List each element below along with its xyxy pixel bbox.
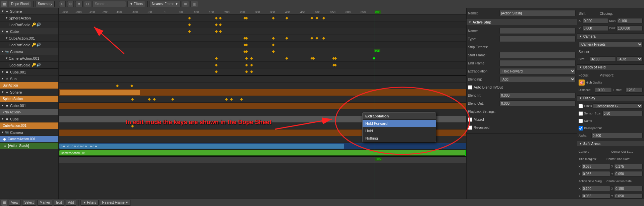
keyframe[interactable] — [215, 63, 218, 66]
center-action-y-input[interactable] — [614, 193, 643, 199]
sidebar-item-cube-nla[interactable]: ▼ ■ Cube — [0, 116, 58, 122]
keyframe[interactable] — [316, 16, 318, 19]
sidebar-item-sphereaction-top[interactable]: ▼ SphereAction — [0, 15, 58, 21]
y-input[interactable] — [582, 25, 608, 31]
name-checkbox[interactable] — [579, 119, 583, 123]
keyframe[interactable] — [215, 23, 218, 26]
sidebar-item-locrotscale2-top[interactable]: LocRotScale 🔑 🔊 — [0, 42, 58, 48]
sun-nla-strip[interactable] — [60, 90, 140, 95]
stash-strip[interactable]: CameraAction.001 — [59, 150, 466, 155]
view-menu[interactable]: View — [9, 200, 21, 206]
keyframe[interactable] — [311, 16, 313, 19]
keyframe[interactable] — [272, 50, 275, 53]
keyframe[interactable] — [153, 98, 156, 100]
blend-out-input[interactable] — [499, 100, 576, 106]
sidebar-item-camera-nla[interactable]: ▼ 📷 Camera — [0, 129, 58, 136]
extrap-nothing[interactable]: Nothing — [363, 135, 436, 142]
camera-section-header[interactable]: ▼ Camera — [577, 34, 644, 39]
strip-name-input[interactable] — [499, 28, 576, 34]
mirror-button[interactable]: ⇔ — [75, 1, 83, 7]
keyframe[interactable] — [245, 37, 248, 39]
sidebar-item-sunaction[interactable]: SunAction — [0, 82, 58, 89]
sidebar-item-sphere-nla[interactable]: ▼ ● Sphere — [0, 89, 58, 96]
keyframe[interactable] — [250, 63, 253, 66]
keyframe[interactable] — [285, 16, 288, 19]
keyframe[interactable] — [148, 98, 151, 100]
sidebar-item-sphere-top[interactable]: ▼ ● Sphere — [0, 8, 58, 15]
display-section-header[interactable]: ▼ Display — [577, 96, 644, 101]
nla-track-cube001[interactable] — [59, 76, 466, 83]
nearest-frame-button[interactable]: Nearest Frame ▼ — [150, 1, 181, 7]
type-input[interactable] — [499, 36, 576, 42]
track-locrotscale3[interactable] — [59, 68, 466, 75]
keyframe[interactable] — [188, 23, 191, 26]
action-y-input[interactable] — [582, 193, 610, 199]
keyframe[interactable] — [245, 50, 248, 53]
select-menu[interactable]: Select — [22, 200, 36, 206]
keyframe[interactable] — [245, 70, 248, 73]
title-x-input[interactable] — [582, 164, 610, 169]
keyframe[interactable] — [245, 16, 248, 19]
frame-all-button[interactable]: ◫ — [191, 1, 198, 7]
track-cameraaction[interactable] — [59, 62, 466, 68]
sidebar-item-cube-top[interactable]: ▼ ■ Cube — [0, 28, 58, 35]
title-y-input[interactable] — [582, 171, 610, 176]
end-input[interactable] — [616, 25, 643, 31]
sidebar-item-action-stash[interactable]: ★ [Action Stash] — [0, 143, 58, 149]
sidebar-item-noaction[interactable]: <No Action> — [0, 109, 58, 116]
keyframe[interactable] — [311, 37, 313, 39]
limits-checkbox[interactable] — [579, 104, 583, 108]
keyframe[interactable] — [250, 57, 253, 59]
name-input[interactable] — [499, 10, 576, 16]
blending-select[interactable]: Add Replace Multiply — [499, 76, 576, 82]
end-frame-input[interactable] — [499, 60, 576, 66]
extrap-hold[interactable]: Hold — [363, 127, 436, 135]
track-sphereaction[interactable] — [59, 21, 466, 28]
keyframe[interactable] — [188, 30, 191, 33]
center-action-x-input[interactable] — [614, 186, 643, 191]
nla-strip-stash[interactable]: CameraAction.001 — [59, 150, 466, 156]
x-input[interactable] — [583, 18, 608, 23]
track-locrotscale2[interactable] — [59, 48, 466, 55]
keyframe[interactable] — [245, 63, 248, 66]
alpha-input[interactable] — [591, 133, 643, 138]
nla-strip-sphere[interactable] — [59, 103, 466, 109]
safe-areas-header[interactable]: ▼ Safe Areas — [577, 141, 644, 146]
summary-button[interactable]: Summary — [36, 1, 55, 7]
keyframe[interactable] — [322, 37, 325, 39]
track-cube-summary[interactable] — [59, 35, 466, 42]
zoom-button[interactable]: ⊞ — [182, 1, 189, 7]
size-input[interactable] — [590, 56, 616, 62]
size2-input[interactable] — [602, 111, 643, 116]
keyframe[interactable] — [131, 124, 134, 127]
sidebar-item-cube001[interactable]: ▼ ■ Cube.001 — [0, 69, 58, 75]
focus-color-btn[interactable]: 🎯 — [579, 80, 585, 86]
keyframe[interactable] — [316, 37, 318, 39]
sidebar-item-sphereaction-nla[interactable]: SphereAction — [0, 96, 58, 102]
footer-filters-btn[interactable]: ▼ Filters — [80, 200, 98, 206]
sensor-checkbox[interactable] — [579, 111, 583, 116]
keyframe[interactable] — [250, 70, 253, 73]
center-title-y-input[interactable] — [614, 171, 643, 176]
nla-track-sun[interactable] — [59, 83, 466, 89]
keyframe[interactable] — [285, 57, 288, 59]
distance-input[interactable] — [595, 87, 612, 93]
keyframe[interactable] — [322, 16, 325, 19]
keyframe[interactable] — [116, 84, 119, 87]
editor-type-button[interactable]: Dope Sheet — [9, 1, 31, 7]
keyframe[interactable] — [215, 57, 218, 59]
camera-action-strip[interactable]: o o o o o o o o o o o o — [59, 144, 344, 149]
sidebar-item-cameraaction-nla[interactable]: ⏺ CameraAction.001 — [0, 136, 58, 143]
keyframe[interactable] — [272, 37, 275, 39]
edit-menu[interactable]: Edit — [54, 200, 64, 206]
center-title-x-input[interactable] — [614, 164, 643, 169]
sidebar-item-cube001-nla[interactable]: ▼ ■ Cube.001 — [0, 102, 58, 109]
keyframe[interactable] — [245, 43, 248, 46]
track-cubeaction[interactable] — [59, 42, 466, 48]
passepartout-checkbox[interactable] — [579, 126, 583, 131]
marker-menu[interactable]: Marker — [37, 200, 52, 206]
keyframe[interactable] — [272, 43, 275, 46]
extrapolation-select[interactable]: Hold Forward Hold Nothing — [499, 68, 576, 74]
sidebar-item-locrotscale-top[interactable]: LocRotScale 🔑 🔊 — [0, 21, 58, 28]
keyframe[interactable] — [219, 16, 222, 19]
